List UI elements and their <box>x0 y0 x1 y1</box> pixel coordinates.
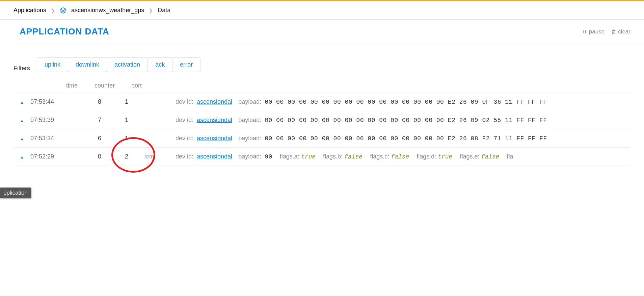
payload-label: payload: <box>238 117 261 124</box>
data-table: ▲07:53:4481dev id:ascensiondalpayload: 0… <box>14 93 630 166</box>
caret-up-icon: ▲ <box>20 118 24 123</box>
header-time: time <box>34 82 78 89</box>
retry-label: retry <box>144 154 155 159</box>
svg-rect-2 <box>585 30 586 33</box>
port-value: 2 <box>101 153 128 160</box>
chevron-right-icon: ❯ <box>51 8 55 13</box>
expand-toggle[interactable]: ▲ <box>14 153 30 160</box>
details: dev id:ascensiondalpayload: 00 00 00 00 … <box>176 117 547 124</box>
filter-error-button[interactable]: error <box>172 57 200 72</box>
time-value: 07:52:29 <box>30 153 64 160</box>
time-value: 07:53:44 <box>30 98 64 105</box>
header-port: port <box>115 82 142 89</box>
payload-label: payload: <box>238 98 261 105</box>
flag-item: flags.e: false <box>460 153 499 160</box>
filters-row: Filters uplinkdownlinkactivationackerror <box>14 57 644 72</box>
devid-link[interactable]: ascensiondal <box>197 117 232 124</box>
table-row[interactable]: ▲07:53:3461dev id:ascensiondalpayload: 0… <box>14 129 630 147</box>
page-header: APPLICATION DATA pause clear <box>14 20 644 44</box>
payload-value: 00 00 00 00 00 00 00 00 00 00 00 00 00 0… <box>265 117 547 124</box>
flag-item: flags.d: true <box>417 153 452 160</box>
port-value: 1 <box>101 117 128 124</box>
filter-downlink-button[interactable]: downlink <box>68 57 107 72</box>
expand-toggle[interactable]: ▲ <box>14 135 30 142</box>
devid-link[interactable]: ascensiondal <box>197 98 232 105</box>
clear-button[interactable]: clear <box>611 28 630 35</box>
details: dev id:ascensiondalpayload: 90flags.a: t… <box>176 153 513 160</box>
port-value: 1 <box>101 98 128 105</box>
counter-value: 6 <box>64 135 101 142</box>
payload-label: payload: <box>238 135 261 142</box>
devid-label: dev id: <box>176 117 193 124</box>
counter-value: 8 <box>64 98 101 105</box>
table-row[interactable]: ▲07:52:2902retrydev id:ascensiondalpaylo… <box>14 147 630 166</box>
header-counter: counter <box>78 82 115 89</box>
layers-icon <box>60 7 66 14</box>
table-row[interactable]: ▲07:53:3971dev id:ascensiondalpayload: 0… <box>14 111 630 129</box>
filter-uplink-button[interactable]: uplink <box>37 57 68 72</box>
trash-icon <box>611 29 616 34</box>
details: dev id:ascensiondalpayload: 00 00 00 00 … <box>176 98 547 105</box>
expand-toggle[interactable]: ▲ <box>14 98 30 105</box>
breadcrumb-applications[interactable]: Applications <box>14 7 46 14</box>
caret-up-icon: ▲ <box>20 155 24 159</box>
devid-link[interactable]: ascensiondal <box>197 153 232 160</box>
svg-rect-1 <box>583 30 584 33</box>
time-value: 07:53:39 <box>30 117 64 124</box>
breadcrumb-current: Data <box>158 7 170 14</box>
flag-item: flags.a: true <box>280 153 316 160</box>
devid-link[interactable]: ascensiondal <box>197 135 232 142</box>
devid-label: dev id: <box>176 98 193 105</box>
page-title: APPLICATION DATA <box>20 26 109 37</box>
filter-activation-button[interactable]: activation <box>107 57 148 72</box>
expand-toggle[interactable]: ▲ <box>14 117 30 124</box>
retry-col: retry <box>128 153 159 160</box>
payload-label: payload: <box>238 153 261 160</box>
flag-item: flags.c: false <box>370 153 409 160</box>
time-value: 07:53:34 <box>30 135 64 142</box>
breadcrumb: Applications ❯ ascensionwx_weather_gps ❯… <box>0 1 644 20</box>
devid-label: dev id: <box>176 135 193 142</box>
devid-label: dev id: <box>176 153 193 160</box>
flag-item: flags.b: false <box>323 153 363 160</box>
chevron-right-icon: ❯ <box>149 8 153 13</box>
payload-value: 00 00 00 00 00 00 00 00 00 00 00 00 00 0… <box>265 99 547 105</box>
breadcrumb-app-name[interactable]: ascensionwx_weather_gps <box>71 7 144 14</box>
svg-marker-0 <box>60 7 66 10</box>
table-row[interactable]: ▲07:53:4481dev id:ascensiondalpayload: 0… <box>14 93 630 111</box>
payload-value: 00 00 00 00 00 00 00 00 00 00 00 00 00 0… <box>265 135 547 142</box>
payload-value: 90 <box>265 153 272 160</box>
counter-value: 0 <box>64 153 101 160</box>
details: dev id:ascensiondalpayload: 00 00 00 00 … <box>176 135 547 142</box>
caret-up-icon: ▲ <box>20 137 24 141</box>
port-value: 1 <box>101 135 128 142</box>
clear-label: clear <box>618 28 630 35</box>
counter-value: 7 <box>64 117 101 124</box>
page-actions: pause clear <box>582 28 630 35</box>
filter-ack-button[interactable]: ack <box>147 57 172 72</box>
filter-buttons: uplinkdownlinkactivationackerror <box>37 57 200 72</box>
caret-up-icon: ▲ <box>20 100 24 105</box>
table-header: time counter port <box>14 72 644 93</box>
filters-label: Filters <box>14 65 30 72</box>
pause-icon <box>582 29 587 34</box>
pause-button[interactable]: pause <box>582 28 605 35</box>
pause-label: pause <box>589 28 605 35</box>
